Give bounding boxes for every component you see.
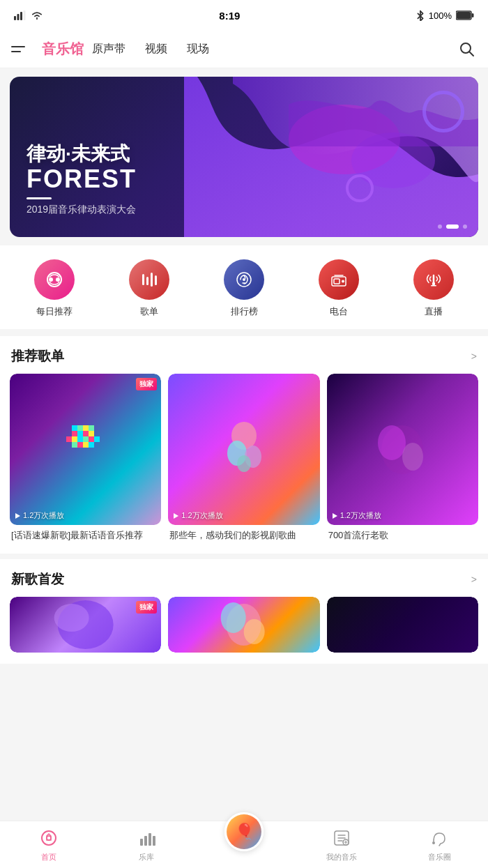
svg-point-53 [378,425,406,460]
nav-tabs: 原声带 视频 现场 [92,42,457,56]
svg-point-13 [56,277,60,282]
quick-item-live[interactable]: 直播 [413,259,454,318]
svg-rect-15 [146,277,148,285]
battery-icon [456,10,474,20]
quick-item-playlist[interactable]: 歌单 [129,259,169,318]
battery-text: 100% [429,10,452,21]
svg-rect-38 [77,436,83,442]
live-label: 直播 [425,305,443,318]
new-song-card-2[interactable] [168,597,319,653]
svg-rect-36 [66,436,72,442]
playlist-icon [129,259,169,300]
bottom-nav-mymusic[interactable]: 我的音乐 [293,827,390,862]
banner-content: 律动·未来式 FOREST 2019届音乐律动表演大会 [26,142,137,216]
banner-underline [26,197,52,199]
svg-rect-64 [140,839,143,846]
status-left [14,10,43,20]
playlist-card-3[interactable]: 1.2万次播放 700首流行老歌 [327,374,478,542]
svg-rect-27 [431,285,436,287]
new-song-thumb-2 [168,597,319,653]
home-label: 首页 [41,852,56,862]
banner[interactable]: 律动·未来式 FOREST 2019届音乐律动表演大会 [10,77,478,237]
svg-rect-44 [83,442,89,448]
banner-dot-1[interactable] [438,224,442,229]
tab-shipin[interactable]: 视频 [145,42,167,56]
playlist-card-2[interactable]: 1.2万次播放 那些年，感动我们的影视剧歌曲 [168,374,319,542]
menu-button[interactable] [11,37,36,62]
svg-rect-2 [20,12,22,20]
playlist-play-count-2: 1.2万次播放 [172,510,222,521]
now-playing-thumb[interactable]: 🎈 [224,812,264,851]
svg-rect-67 [153,836,155,846]
svg-rect-22 [334,279,340,284]
banner-title-cn: 律动·未来式 [26,142,137,166]
bottom-nav-circle[interactable]: 音乐圈 [390,827,488,862]
banner-dot-3[interactable] [463,224,467,229]
svg-rect-33 [83,431,89,436]
rank-icon [224,259,264,300]
svg-rect-43 [77,442,83,448]
svg-rect-29 [77,425,83,431]
tab-yuanshengdai[interactable]: 原声带 [92,42,125,56]
bottom-nav: 首页 乐库 🎈 [0,821,488,868]
svg-marker-55 [333,513,337,519]
quick-item-rank[interactable]: 排行榜 [224,259,264,318]
svg-rect-5 [457,12,471,19]
playlist-grid: 独家 1.2万次播放 [话语速爆新歌]最新话语音乐推荐 [0,374,488,554]
svg-point-75 [432,842,435,844]
live-icon [413,259,454,300]
banner-dot-2[interactable] [446,224,459,229]
quick-access: 每日推荐 歌单 [0,245,488,329]
bottom-nav-library[interactable]: 乐库 [98,827,195,862]
playlist-card-1[interactable]: 独家 1.2万次播放 [话语速爆新歌]最新话语音乐推荐 [10,374,161,542]
search-button[interactable] [457,40,477,59]
svg-rect-16 [151,273,153,287]
daily-label: 每日推荐 [36,305,73,318]
quick-item-daily[interactable]: 每日推荐 [34,259,75,318]
banner-dots [438,224,467,229]
recommended-playlists-more[interactable]: > [471,351,477,362]
new-songs-grid: 独家 [0,597,488,664]
now-playing-img: 🎈 [227,814,261,849]
nav-title: 音乐馆 [42,40,84,59]
new-songs-header: 新歌首发 > [0,559,488,597]
status-time: 8:19 [219,10,240,22]
search-icon [459,42,475,57]
svg-rect-66 [148,833,151,846]
playlist-thumb-3: 1.2万次播放 [327,374,478,525]
rank-label: 排行榜 [231,305,258,318]
playlist-label: 歌单 [140,305,158,318]
banner-title-en: FOREST [26,165,137,193]
svg-rect-3 [24,10,26,20]
playlist-desc-3: 700首流行老歌 [327,529,478,542]
svg-point-50 [237,455,251,472]
recommended-playlists-title: 推荐歌单 [11,347,64,365]
bottom-nav-home[interactable]: 首页 [0,827,98,862]
svg-rect-45 [89,442,94,448]
svg-point-57 [54,604,89,632]
deco-circle-1 [422,91,464,132]
svg-rect-41 [94,436,100,442]
circle-label: 音乐圈 [428,852,451,862]
tab-xianchang[interactable]: 现场 [187,42,209,56]
content-wrap: 律动·未来式 FOREST 2019届音乐律动表演大会 每日推荐 [0,77,488,719]
bottom-nav-center[interactable]: 🎈 [195,826,293,864]
svg-rect-14 [142,274,144,285]
nav-bar: 音乐馆 原声带 视频 现场 [0,31,488,68]
svg-rect-26 [432,282,435,285]
signal-icon [14,10,26,20]
svg-rect-0 [14,16,16,20]
playlist-desc-2: 那些年，感动我们的影视剧歌曲 [168,529,319,542]
new-song-card-3[interactable] [327,597,478,653]
new-song-card-1[interactable]: 独家 [10,597,161,653]
playlist-desc-1: [话语速爆新歌]最新话语音乐推荐 [10,529,161,542]
svg-rect-35 [89,431,94,436]
playlist-play-count-1: 1.2万次播放 [14,510,64,521]
mymusic-icon [333,827,351,849]
deco-circle-2 [346,174,374,202]
banner-subtitle: 2019届音乐律动表演大会 [26,204,137,216]
new-songs-more[interactable]: > [471,574,477,585]
quick-item-radio[interactable]: 电台 [319,259,359,318]
svg-rect-42 [72,442,77,448]
svg-rect-30 [72,431,77,436]
